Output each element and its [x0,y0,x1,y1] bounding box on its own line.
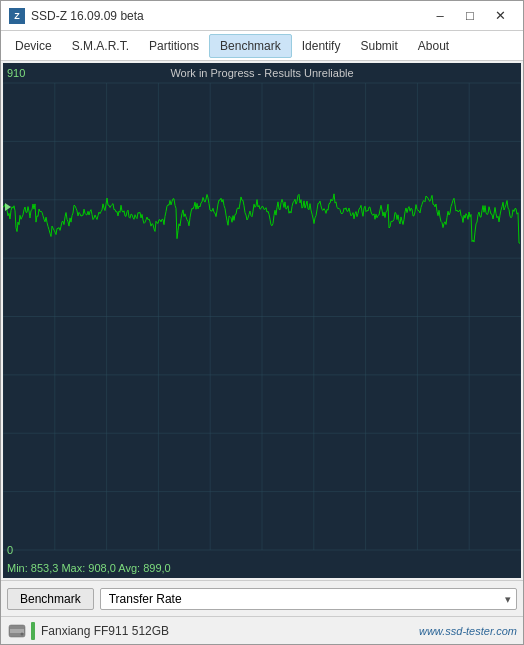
select-wrapper: Transfer Rate Random Read Random Write S… [100,588,517,610]
menu-identify[interactable]: Identify [292,35,351,57]
svg-point-2 [21,632,24,635]
menu-submit[interactable]: Submit [350,35,407,57]
main-window: Z SSD-Z 16.09.09 beta – □ ✕ Device S.M.A… [0,0,524,645]
menu-partitions[interactable]: Partitions [139,35,209,57]
benchmark-type-select[interactable]: Transfer Rate Random Read Random Write S… [100,588,517,610]
window-title: SSD-Z 16.09.09 beta [31,9,425,23]
drive-status-indicator [31,622,35,640]
close-button[interactable]: ✕ [485,6,515,26]
menu-about[interactable]: About [408,35,459,57]
menu-smart[interactable]: S.M.A.R.T. [62,35,139,57]
app-icon: Z [9,8,25,24]
svg-rect-1 [10,629,24,633]
menu-bar: Device S.M.A.R.T. Partitions Benchmark I… [1,31,523,61]
benchmark-controls: Benchmark Transfer Rate Random Read Rand… [1,580,523,616]
chart-canvas [3,63,521,578]
maximize-button[interactable]: □ [455,6,485,26]
menu-device[interactable]: Device [5,35,62,57]
title-bar: Z SSD-Z 16.09.09 beta – □ ✕ [1,1,523,31]
chart-title: Work in Progress - Results Unreliable [3,67,521,79]
website-url: www.ssd-tester.com [419,625,517,637]
status-bar: Fanxiang FF911 512GB www.ssd-tester.com [1,616,523,644]
benchmark-button[interactable]: Benchmark [7,588,94,610]
chart-stats: Min: 853,3 Max: 908,0 Avg: 899,0 [7,562,517,574]
menu-benchmark[interactable]: Benchmark [209,34,292,58]
drive-icon [7,621,27,641]
drive-label: Fanxiang FF911 512GB [41,624,419,638]
minimize-button[interactable]: – [425,6,455,26]
window-controls: – □ ✕ [425,6,515,26]
benchmark-chart: 910 Work in Progress - Results Unreliabl… [3,63,521,578]
chart-y-min: 0 [7,544,13,556]
